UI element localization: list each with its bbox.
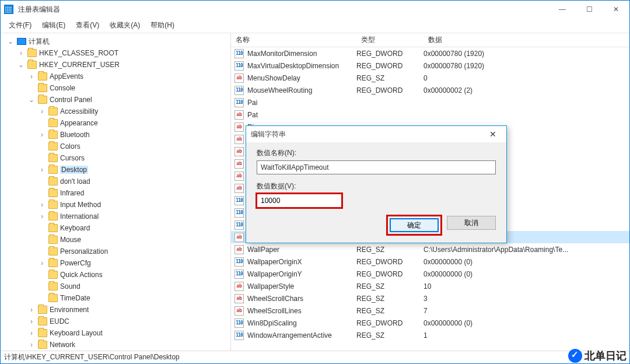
registry-value-row[interactable]: WheelScrollLinesREG_SZ7: [231, 304, 629, 317]
menu-favorites[interactable]: 收藏夹(A): [105, 19, 145, 32]
folder-icon: [48, 271, 58, 279]
tree-item[interactable]: ›Desktop: [1, 164, 230, 176]
expand-icon[interactable]: ›: [27, 72, 36, 80]
expand-icon[interactable]: ›: [38, 166, 46, 174]
menu-file[interactable]: 文件(F): [4, 19, 36, 32]
registry-value-row[interactable]: Pat: [231, 108, 629, 121]
tree-item[interactable]: Appearance: [1, 117, 230, 129]
value-type: REG_DWORD: [356, 62, 424, 70]
col-name[interactable]: 名称: [231, 35, 356, 45]
minimize-button[interactable]: —: [549, 1, 576, 18]
value-data-input[interactable]: [257, 194, 342, 208]
tree-item[interactable]: Quick Actions: [1, 269, 230, 281]
registry-value-row[interactable]: MenuShowDelayREG_SZ0: [231, 72, 629, 84]
expand-icon[interactable]: ⌄: [27, 96, 36, 104]
tree-item[interactable]: Mouse: [1, 234, 230, 246]
tree-item[interactable]: ⌄HKEY_CURRENT_USER: [1, 59, 230, 71]
folder-icon: [48, 142, 58, 150]
expand-icon[interactable]: ›: [38, 201, 46, 209]
string-icon: [235, 159, 244, 169]
expand-icon[interactable]: ›: [38, 212, 46, 220]
folder-icon: [38, 72, 47, 80]
tree-label: Quick Actions: [60, 271, 103, 279]
tree-item[interactable]: ›AppEvents: [1, 71, 230, 82]
tree-item[interactable]: TimeDate: [1, 292, 230, 304]
registry-value-row[interactable]: WallPaperREG_SZC:\Users\Administrator\Ap…: [231, 243, 629, 256]
close-button[interactable]: ✕: [603, 1, 629, 18]
menu-view[interactable]: 查看(V): [71, 19, 104, 32]
registry-value-row[interactable]: Win8DpiScalingREG_DWORD0x00000000 (0): [231, 317, 629, 329]
folder-icon: [48, 247, 58, 256]
expand-icon[interactable]: ›: [27, 306, 36, 314]
titlebar[interactable]: 注册表编辑器 — ☐ ✕: [1, 1, 629, 18]
col-data[interactable]: 数据: [424, 35, 629, 45]
expand-icon[interactable]: ›: [27, 317, 36, 326]
dword-icon: [235, 49, 244, 58]
expand-icon[interactable]: ›: [27, 329, 36, 337]
expand-icon[interactable]: ›: [38, 131, 46, 139]
expand-icon[interactable]: ›: [17, 49, 25, 57]
tree-item[interactable]: Cursors: [1, 152, 230, 164]
tree-item[interactable]: ›Accessibility: [1, 106, 230, 117]
registry-value-row[interactable]: WheelScrollCharsREG_SZ3: [231, 292, 629, 304]
registry-value-row[interactable]: WallpaperStyleREG_SZ10: [231, 280, 629, 292]
tree-item[interactable]: ›PowerCfg: [1, 257, 230, 269]
cancel-button[interactable]: 取消: [447, 216, 496, 230]
tree-item[interactable]: ›Bluetooth: [1, 129, 230, 141]
close-icon[interactable]: ✕: [484, 130, 502, 139]
expand-icon[interactable]: ›: [38, 259, 46, 267]
expand-icon[interactable]: ⌄: [17, 61, 25, 69]
app-icon: [4, 5, 13, 14]
expand-icon[interactable]: ›: [27, 341, 36, 349]
tree-item[interactable]: Console: [1, 82, 230, 94]
registry-value-row[interactable]: MouseWheelRoutingREG_DWORD0x00000002 (2): [231, 84, 629, 96]
tree-label: PowerCfg: [60, 259, 91, 267]
string-icon: [235, 306, 244, 316]
tree-item[interactable]: Sound: [1, 281, 230, 292]
string-icon: [235, 110, 244, 120]
expand-icon[interactable]: ⌄: [6, 37, 15, 46]
menubar: 文件(F) 编辑(E) 查看(V) 收藏夹(A) 帮助(H): [1, 18, 629, 33]
tree-item[interactable]: Personalization: [1, 246, 230, 257]
value-name: WallPaper: [247, 246, 279, 254]
tree-item[interactable]: ›Keyboard Layout: [1, 327, 230, 339]
list-header[interactable]: 名称 类型 数据: [231, 33, 629, 47]
registry-tree[interactable]: ⌄计算机›HKEY_CLASSES_ROOT⌄HKEY_CURRENT_USER…: [1, 33, 231, 351]
status-path: 计算机\HKEY_CURRENT_USER\Control Panel\Desk…: [4, 352, 180, 362]
ok-button[interactable]: 确定: [390, 218, 439, 232]
tree-item[interactable]: ›Environment: [1, 304, 230, 316]
menu-edit[interactable]: 编辑(E): [37, 19, 70, 32]
folder-icon: [48, 294, 58, 302]
tree-item[interactable]: Keyboard: [1, 222, 230, 234]
registry-value-row[interactable]: MaxVirtualDesktopDimensionREG_DWORD0x000…: [231, 60, 629, 72]
maximize-button[interactable]: ☐: [576, 1, 603, 18]
registry-value-row[interactable]: WallpaperOriginXREG_DWORD0x00000000 (0): [231, 256, 629, 268]
statusbar: 计算机\HKEY_CURRENT_USER\Control Panel\Desk…: [1, 351, 629, 363]
tree-item[interactable]: Colors: [1, 141, 230, 152]
tree-item[interactable]: ›International: [1, 211, 230, 222]
value-data: 0x00000780 (1920): [424, 62, 629, 70]
tree-item[interactable]: ›Network: [1, 339, 230, 351]
tree-item[interactable]: ›EUDC: [1, 316, 230, 327]
registry-value-row[interactable]: WallpaperOriginYREG_DWORD0x00000000 (0): [231, 268, 629, 280]
tree-item[interactable]: ⌄Control Panel: [1, 94, 230, 106]
tree-item[interactable]: ›HKEY_CLASSES_ROOT: [1, 47, 230, 59]
computer-icon: [17, 38, 26, 45]
col-type[interactable]: 类型: [356, 35, 424, 45]
string-icon: [235, 123, 244, 132]
dword-icon: [235, 318, 244, 328]
string-icon: [235, 245, 244, 254]
value-type: REG_SZ: [356, 331, 424, 340]
string-icon: [235, 135, 244, 144]
tree-item[interactable]: Infrared: [1, 187, 230, 199]
tree-item[interactable]: ›Input Method: [1, 199, 230, 211]
registry-value-row[interactable]: Pai: [231, 96, 629, 108]
tree-item[interactable]: don't load: [1, 176, 230, 187]
tree-item[interactable]: ⌄计算机: [1, 36, 230, 47]
registry-value-row[interactable]: MaxMonitorDimensionREG_DWORD0x00000780 (…: [231, 47, 629, 60]
registry-value-row[interactable]: WindowArrangementActiveREG_SZ1: [231, 329, 629, 341]
string-icon: [235, 172, 244, 181]
expand-icon[interactable]: ›: [38, 107, 46, 116]
menu-help[interactable]: 帮助(H): [146, 19, 179, 32]
value-type: REG_SZ: [356, 246, 424, 254]
